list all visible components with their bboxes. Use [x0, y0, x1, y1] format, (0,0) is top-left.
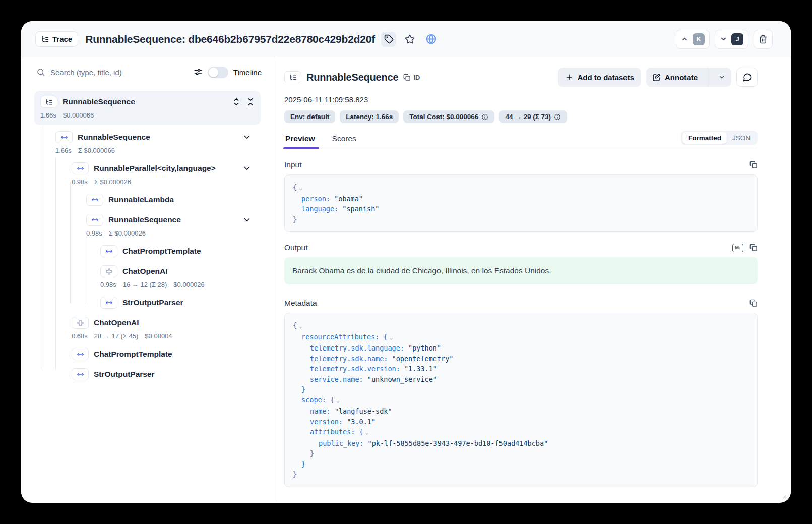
chevron-up-icon	[681, 35, 689, 43]
observation-title: RunnableSequence	[306, 72, 398, 83]
copy-output-button[interactable]	[749, 244, 758, 252]
metadata-json-viewer: {⌄resourceAttributes: {⌄telemetry.sdk.la…	[284, 313, 758, 487]
info-icon[interactable]	[554, 113, 561, 121]
tree-node-stroutputparser[interactable]: StrOutputParser	[21, 297, 276, 309]
tree-node-runnablesequence[interactable]: RunnableSequence0.98sΣ $0.000026	[21, 214, 276, 237]
tree-rows: RunnableSequence1.66sΣ $0.000066Runnable…	[21, 131, 276, 380]
node-name: ChatOpenAI	[94, 318, 139, 327]
filter-settings-icon[interactable]	[194, 68, 203, 77]
output-section-title: Output	[284, 243, 308, 252]
collapse-chevron-icon[interactable]: ⌄	[299, 185, 302, 191]
code-line: telemetry.sdk.version: "1.33.1"	[293, 364, 749, 374]
copy-input-button[interactable]	[749, 161, 758, 169]
next-trace-button[interactable]: J	[715, 30, 748, 49]
span-icon	[55, 131, 73, 143]
plus-icon	[565, 73, 573, 81]
trace-timestamp: 2025-06-11 11:09:58.823	[284, 95, 758, 104]
tree-node-chatopenai[interactable]: ChatOpenAI0.98s16 → 12 (Σ 28)$0.000026	[21, 265, 276, 288]
node-name: RunnableSequence	[78, 133, 150, 142]
collapse-chevron-icon[interactable]: ⌄	[390, 334, 393, 341]
metric-badges: Env: defaultLatency: 1.66sTotal Cost: $0…	[284, 110, 758, 123]
star-icon	[405, 34, 415, 44]
annotate-button[interactable]: Annotate	[646, 68, 704, 87]
tab-scores[interactable]: Scores	[331, 130, 357, 149]
info-icon[interactable]	[481, 113, 488, 121]
trace-node-icon	[40, 96, 57, 108]
span-icon	[72, 368, 89, 380]
code-line: }	[293, 214, 749, 225]
expand-all-icon[interactable]	[232, 98, 240, 106]
list-tree-icon	[41, 35, 49, 43]
copy-id-button[interactable]: ID	[403, 74, 420, 81]
chevron-down-icon[interactable]	[242, 164, 252, 173]
code-line: scope: {⌄	[293, 395, 749, 406]
tree-node-runnablesequence[interactable]: RunnableSequence1.66sΣ $0.000066	[21, 131, 276, 154]
search-placeholder: Search (type, title, id)	[50, 68, 122, 77]
collapse-all-icon[interactable]	[246, 98, 255, 106]
public-share-button[interactable]	[423, 32, 439, 47]
input-section-title: Input	[284, 160, 301, 169]
markdown-toggle-icon[interactable]: M↓	[732, 244, 743, 252]
chevron-down-icon[interactable]	[242, 215, 252, 224]
tree-node-chatprompttemplate[interactable]: ChatPromptTemplate	[21, 348, 276, 360]
trace-tree: RunnableSequence 1.66s $0.000066	[21, 87, 276, 380]
code-line: }	[293, 459, 749, 470]
copy-icon	[749, 161, 758, 169]
tree-root-node[interactable]: RunnableSequence 1.66s $0.000066	[34, 91, 261, 125]
timeline-toggle[interactable]	[208, 67, 228, 78]
node-name: StrOutputParser	[94, 370, 155, 379]
code-line: telemetry.sdk.name: "opentelemetry"	[293, 354, 749, 364]
generation-icon	[72, 317, 89, 329]
collapse-chevron-icon[interactable]: ⌄	[299, 323, 302, 329]
span-icon	[86, 214, 103, 226]
view-json-option[interactable]: JSON	[727, 132, 756, 144]
input-json-viewer: {⌄person: "obama"language: "spanish"}	[284, 174, 758, 232]
root-cost: $0.000066	[63, 111, 94, 119]
collapse-chevron-icon[interactable]: ⌄	[336, 397, 340, 404]
tree-node-runnableparallelcitylanguage[interactable]: RunnableParallel<city,language>0.98sΣ $0…	[21, 162, 276, 186]
timeline-toggle-label: Timeline	[233, 68, 262, 77]
span-icon	[72, 162, 89, 174]
page-title: RunnableSequence: dbe646b2b67957d22e8780…	[85, 33, 375, 45]
bookmark-star-button[interactable]	[402, 32, 417, 47]
code-line: resourceAttributes: {⌄	[293, 332, 749, 343]
code-line: public_key: "pk-lf-5855d85e-3943-497e-bd…	[293, 438, 749, 449]
chevron-down-icon[interactable]	[242, 133, 252, 142]
node-name: RunnableLambda	[108, 195, 174, 204]
delete-trace-button[interactable]	[754, 30, 773, 49]
previous-trace-button[interactable]: K	[676, 30, 710, 49]
add-to-datasets-button[interactable]: Add to datasets	[558, 68, 641, 87]
tab-preview[interactable]: Preview	[284, 130, 316, 149]
root-latency: 1.66s	[40, 111, 56, 119]
annotate-menu-button[interactable]	[712, 68, 731, 87]
tree-node-chatprompttemplate[interactable]: ChatPromptTemplate	[21, 245, 276, 257]
code-line: version: "3.0.1"	[293, 417, 749, 427]
copy-metadata-button[interactable]	[749, 299, 758, 307]
code-line: }	[293, 384, 749, 395]
tree-node-stroutputparser[interactable]: StrOutputParser	[21, 368, 276, 380]
detail-tabs: Preview Scores Formatted JSON	[284, 130, 758, 149]
node-name: RunnableSequence	[108, 215, 181, 224]
tree-node-runnablelambda[interactable]: RunnableLambda	[21, 194, 276, 206]
code-line: name: "langfuse-sdk"	[293, 406, 749, 417]
span-icon	[72, 348, 89, 360]
id-label: ID	[413, 74, 420, 81]
node-metrics: 0.98sΣ $0.000026	[72, 178, 237, 186]
view-formatted-option[interactable]: Formatted	[682, 132, 727, 144]
tree-node-chatopenai[interactable]: ChatOpenAI0.68s28 → 17 (Σ 45)$0.00004	[21, 317, 276, 340]
trash-icon	[759, 35, 768, 44]
code-line: telemetry.sdk.language: "python"	[293, 343, 749, 354]
resize-handle[interactable]	[782, 494, 787, 499]
node-metrics: 1.66sΣ $0.000066	[55, 147, 237, 154]
span-icon	[100, 297, 117, 309]
node-metrics: 0.98sΣ $0.000026	[86, 229, 237, 237]
tags-button[interactable]	[381, 32, 396, 47]
observation-type-icon	[284, 71, 301, 83]
search-input[interactable]: Search (type, title, id)	[50, 68, 189, 77]
collapse-chevron-icon[interactable]: ⌄	[365, 429, 369, 436]
code-line: {⌄	[293, 182, 749, 194]
comments-button[interactable]	[736, 68, 758, 87]
node-name: StrOutputParser	[122, 298, 183, 307]
globe-icon	[426, 34, 436, 44]
copy-icon	[403, 74, 411, 81]
